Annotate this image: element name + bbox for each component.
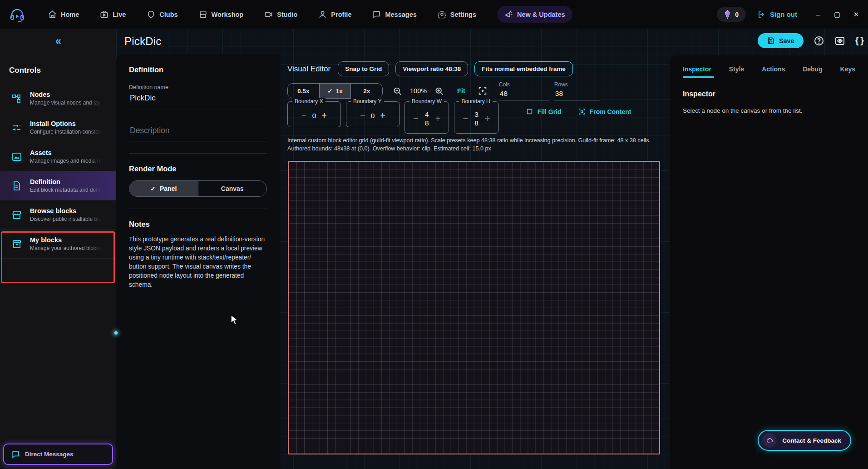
close-button[interactable]: ✕ bbox=[853, 10, 860, 19]
cols-input[interactable]: 48 bbox=[499, 89, 549, 100]
boundary-w-increment-button[interactable]: + bbox=[432, 114, 444, 124]
nav-live[interactable]: Live bbox=[100, 10, 126, 19]
fill-grid-button[interactable]: Fill Grid bbox=[526, 108, 562, 115]
boundary-x-value: 0 bbox=[312, 112, 316, 120]
render-mode-segmented-control: ✓ Panel Canvas bbox=[129, 180, 267, 197]
boundary-w-decrement-button[interactable]: − bbox=[409, 114, 422, 124]
nav-settings[interactable]: Settings bbox=[438, 10, 476, 19]
fit-button[interactable]: Fit bbox=[457, 87, 465, 95]
center-frame-button[interactable] bbox=[478, 86, 488, 96]
app-logo-icon[interactable] bbox=[8, 5, 26, 24]
viewport-ratio-button[interactable]: Viewport ratio 48:38 bbox=[395, 61, 468, 76]
cols-label: Cols bbox=[499, 81, 549, 88]
nav-profile[interactable]: Profile bbox=[318, 10, 351, 19]
zoom-in-button[interactable] bbox=[434, 86, 444, 96]
sidebar-item-assets[interactable]: Assets Manage images and media reference… bbox=[0, 142, 116, 171]
boundary-w-field: Boundary W − 48 + bbox=[404, 101, 449, 134]
eye-icon bbox=[834, 35, 845, 46]
tab-actions[interactable]: Actions bbox=[762, 65, 785, 78]
document-icon bbox=[11, 180, 22, 191]
snap-to-grid-button[interactable]: Snap to Grid bbox=[338, 61, 389, 76]
contact-feedback-label: Contact & Feedback bbox=[782, 437, 841, 444]
definition-name-input[interactable] bbox=[129, 90, 267, 107]
render-mode-panel-option[interactable]: ✓ Panel bbox=[129, 181, 198, 196]
cols-field: Cols 48 bbox=[499, 81, 549, 100]
sign-out-label: Sign out bbox=[770, 10, 797, 18]
minimize-button[interactable]: – bbox=[814, 10, 822, 18]
sidebar-item-nodes[interactable]: Nodes Manage visual nodes and layout bbox=[0, 84, 116, 113]
zoom-out-button[interactable] bbox=[393, 86, 402, 96]
tab-inspector[interactable]: Inspector bbox=[683, 65, 711, 78]
boundary-y-decrement-button[interactable]: − bbox=[356, 110, 369, 121]
render-mode-canvas-option[interactable]: Canvas bbox=[198, 181, 267, 196]
chat-bubble-icon bbox=[11, 450, 20, 459]
check-icon: ✓ bbox=[327, 87, 332, 95]
from-content-button[interactable]: From Content bbox=[578, 108, 631, 115]
boundary-h-increment-button[interactable]: + bbox=[481, 114, 494, 124]
save-button[interactable]: Save bbox=[758, 33, 804, 48]
nav-clubs[interactable]: Clubs bbox=[147, 10, 178, 19]
sidebar-item-definition[interactable]: Definition Edit block metadata and defin… bbox=[0, 171, 116, 200]
tab-debug[interactable]: Debug bbox=[803, 65, 823, 78]
rows-field: Rows 38 bbox=[554, 81, 600, 100]
person-icon bbox=[318, 10, 327, 19]
center-frame-icon bbox=[478, 86, 488, 96]
contact-feedback-button[interactable]: Contact & Feedback bbox=[758, 430, 851, 451]
page-title: PickDic bbox=[124, 35, 161, 48]
zoom-in-icon bbox=[434, 86, 444, 96]
boundary-y-field: Boundary Y − 0 + bbox=[346, 101, 399, 127]
rows-input[interactable]: 38 bbox=[554, 89, 600, 100]
sidebar-collapse-button[interactable]: « bbox=[0, 35, 116, 47]
sign-out-button[interactable]: Sign out bbox=[758, 10, 797, 19]
boundary-x-decrement-button[interactable]: − bbox=[298, 110, 311, 121]
fits-frame-button[interactable]: Fits normal embedded frame bbox=[474, 61, 573, 76]
tab-style[interactable]: Style bbox=[729, 65, 744, 78]
help-button[interactable] bbox=[814, 35, 824, 46]
description-input[interactable] bbox=[129, 123, 267, 141]
controls-sidebar: « Controls Nodes Manage visual nodes and… bbox=[0, 29, 116, 469]
notes-body: This prototype generates a real definiti… bbox=[129, 235, 267, 289]
window-controls: – ▢ ✕ bbox=[814, 10, 860, 19]
boundary-y-increment-button[interactable]: + bbox=[376, 110, 389, 121]
gem-icon bbox=[724, 10, 731, 19]
sidebar-item-browse-blocks[interactable]: Browse blocks Discover public installabl… bbox=[0, 200, 116, 230]
render-mode-canvas-label: Canvas bbox=[221, 185, 244, 192]
scale-1x-option[interactable]: ✓ 1x bbox=[319, 84, 351, 98]
nav-live-label: Live bbox=[113, 11, 126, 18]
nav-studio[interactable]: Studio bbox=[264, 10, 297, 19]
scale-2x-option[interactable]: 2x bbox=[350, 84, 382, 98]
save-icon bbox=[767, 37, 774, 45]
currency-balance[interactable]: 0 bbox=[717, 7, 746, 22]
maximize-button[interactable]: ▢ bbox=[833, 10, 841, 19]
rows-label: Rows bbox=[554, 81, 600, 88]
boundary-h-decrement-button[interactable]: − bbox=[459, 114, 472, 124]
nav-messages[interactable]: Messages bbox=[372, 10, 416, 19]
sidebar-item-install-options[interactable]: Install Options Configure installation c… bbox=[0, 113, 116, 142]
zoom-percent: 100% bbox=[410, 87, 427, 95]
direct-messages-button[interactable]: Direct Messages bbox=[3, 444, 113, 465]
help-icon bbox=[814, 35, 824, 46]
sidebar-item-assets-title: Assets bbox=[30, 149, 102, 156]
from-content-label: From Content bbox=[590, 108, 631, 115]
canvas-grid[interactable] bbox=[288, 161, 660, 454]
nav-new-updates-label: New & Updates bbox=[517, 11, 565, 18]
tab-keys[interactable]: Keys bbox=[840, 65, 855, 78]
cloud-icon bbox=[762, 433, 777, 448]
nav-home[interactable]: Home bbox=[48, 10, 79, 19]
sidebar-item-my-blocks[interactable]: My blocks Manage your authored blocks bbox=[0, 230, 116, 259]
home-icon bbox=[48, 10, 57, 19]
nav-new-updates[interactable]: New & Updates bbox=[497, 6, 572, 23]
sidebar-item-browse-blocks-title: Browse blocks bbox=[30, 207, 102, 215]
sidebar-item-install-options-subtitle: Configure installation constants bbox=[30, 129, 102, 135]
sidebar-item-my-blocks-title: My blocks bbox=[30, 236, 102, 244]
preview-button[interactable] bbox=[834, 35, 845, 46]
boundary-x-increment-button[interactable]: + bbox=[318, 110, 330, 121]
grid-info-line2: Authored bounds: 48x38 at (0,0). Overflo… bbox=[287, 145, 664, 153]
code-view-button[interactable]: { } bbox=[855, 35, 864, 46]
inspector-heading: Inspector bbox=[683, 90, 855, 98]
boundary-w-label: Boundary W bbox=[409, 98, 444, 105]
nav-workshop[interactable]: Workshop bbox=[199, 10, 244, 19]
scale-05x-option[interactable]: 0.5x bbox=[288, 84, 319, 98]
image-icon bbox=[11, 151, 22, 162]
nav-home-label: Home bbox=[61, 11, 79, 18]
